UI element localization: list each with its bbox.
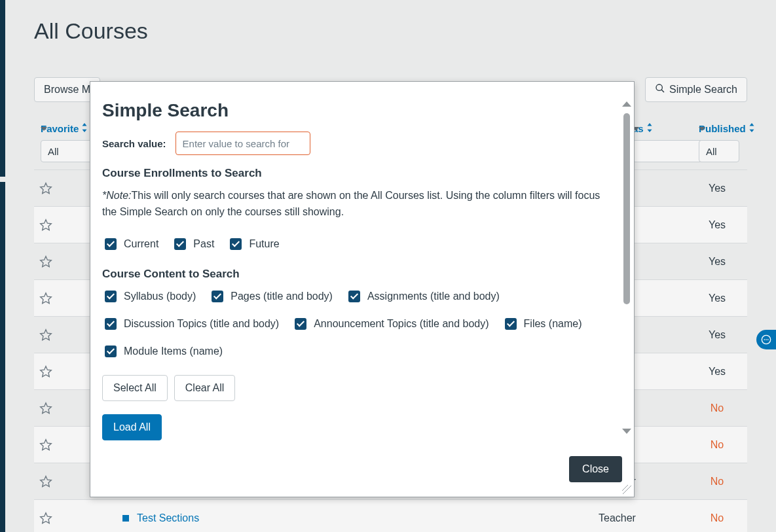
sort-icon bbox=[748, 123, 755, 134]
course-link-label: Test Sections bbox=[137, 512, 199, 524]
checkbox-past-input[interactable] bbox=[174, 238, 186, 250]
checkbox-modules-label: Module Items (name) bbox=[124, 346, 223, 357]
checkbox-assignments[interactable]: Assignments (title and body) bbox=[346, 289, 500, 304]
checkbox-announcements[interactable]: Announcement Topics (title and body) bbox=[292, 316, 489, 332]
published-value: No bbox=[697, 402, 737, 414]
load-all-button[interactable]: Load All bbox=[102, 414, 162, 440]
favorite-star-icon[interactable] bbox=[39, 512, 52, 525]
svg-marker-4 bbox=[647, 123, 652, 126]
published-value: Yes bbox=[697, 293, 737, 304]
course-link[interactable]: Test Sections bbox=[122, 512, 199, 524]
checkbox-files-input[interactable] bbox=[505, 318, 517, 330]
note-text: *Note:This will only search courses that… bbox=[102, 188, 614, 221]
checkbox-announcements-label: Announcement Topics (title and body) bbox=[314, 318, 489, 330]
favorite-star-icon[interactable] bbox=[39, 328, 52, 342]
favorite-star-icon[interactable] bbox=[39, 365, 52, 378]
clear-all-button[interactable]: Clear All bbox=[174, 375, 236, 401]
scrollbar-thumb[interactable] bbox=[623, 113, 630, 304]
checkbox-future-input[interactable] bbox=[230, 238, 242, 250]
checkbox-pages-input[interactable] bbox=[212, 291, 223, 302]
checkbox-future-label: Future bbox=[249, 238, 279, 250]
svg-marker-12 bbox=[41, 329, 52, 340]
published-value: No bbox=[697, 512, 737, 524]
resize-grip-icon[interactable] bbox=[622, 485, 631, 494]
published-value: Yes bbox=[697, 366, 737, 378]
svg-point-21 bbox=[767, 339, 769, 340]
published-value: Yes bbox=[697, 183, 737, 194]
svg-marker-6 bbox=[749, 123, 754, 126]
browse-more-label: Browse M bbox=[44, 84, 90, 96]
svg-point-0 bbox=[656, 84, 662, 90]
checkbox-discussions-label: Discussion Topics (title and body) bbox=[124, 318, 279, 330]
checkbox-pages-label: Pages (title and body) bbox=[231, 291, 333, 302]
svg-marker-8 bbox=[41, 183, 52, 193]
select-all-button[interactable]: Select All bbox=[102, 375, 168, 401]
content-checkboxes: Syllabus (body) Pages (title and body) A… bbox=[102, 289, 614, 359]
svg-point-19 bbox=[764, 339, 765, 340]
favorite-star-icon[interactable] bbox=[39, 255, 52, 268]
published-filter-select[interactable]: All bbox=[699, 140, 739, 162]
section-enrollments-heading: Course Enrollments to Search bbox=[102, 167, 614, 180]
checkbox-discussions-input[interactable] bbox=[105, 318, 117, 330]
svg-marker-10 bbox=[41, 256, 52, 266]
checkbox-syllabus-input[interactable] bbox=[105, 291, 117, 302]
load-all-row: Load All bbox=[102, 414, 614, 440]
bullet-icon bbox=[122, 515, 129, 522]
modal-body: Simple Search Search value: Course Enrol… bbox=[90, 82, 634, 451]
close-button[interactable]: Close bbox=[569, 456, 622, 482]
search-value-input[interactable] bbox=[176, 132, 310, 155]
col-header-enrolled-as[interactable]: as bbox=[633, 123, 653, 134]
checkbox-assignments-label: Assignments (title and body) bbox=[367, 291, 500, 302]
svg-point-20 bbox=[766, 339, 767, 340]
scroll-down-arrow-icon[interactable] bbox=[622, 429, 631, 434]
search-icon bbox=[655, 83, 665, 96]
modal-footer: Close bbox=[90, 451, 634, 497]
svg-marker-13 bbox=[41, 366, 52, 376]
section-content-heading: Course Content to Search bbox=[102, 268, 614, 281]
table-row: Test SectionsTeacherNo bbox=[34, 500, 747, 532]
checkbox-syllabus[interactable]: Syllabus (body) bbox=[102, 289, 196, 304]
simple-search-label: Simple Search bbox=[669, 84, 737, 96]
col-header-favorite[interactable]: Favorite All bbox=[41, 123, 88, 134]
favorite-filter-select[interactable]: All bbox=[41, 140, 97, 162]
col-header-published-label: Published bbox=[699, 123, 746, 134]
sort-icon bbox=[81, 123, 88, 134]
svg-marker-16 bbox=[41, 476, 52, 486]
checkbox-past[interactable]: Past bbox=[172, 236, 214, 252]
svg-marker-11 bbox=[41, 293, 52, 303]
checkbox-assignments-input[interactable] bbox=[348, 291, 360, 302]
chat-icon bbox=[761, 334, 771, 345]
checkbox-discussions[interactable]: Discussion Topics (title and body) bbox=[102, 316, 279, 332]
favorite-star-icon[interactable] bbox=[39, 292, 52, 305]
note-prefix: *Note: bbox=[102, 190, 131, 201]
checkbox-files[interactable]: Files (name) bbox=[502, 316, 582, 332]
svg-marker-15 bbox=[41, 439, 52, 450]
search-value-row: Search value: bbox=[102, 132, 614, 155]
favorite-star-icon[interactable] bbox=[39, 182, 52, 195]
checkbox-future[interactable]: Future bbox=[227, 236, 279, 252]
checkbox-current[interactable]: Current bbox=[102, 236, 158, 252]
checkbox-modules[interactable]: Module Items (name) bbox=[102, 344, 223, 359]
published-value: Yes bbox=[697, 329, 737, 341]
published-value: Yes bbox=[697, 256, 737, 268]
scroll-up-arrow-icon[interactable] bbox=[622, 101, 631, 107]
svg-marker-9 bbox=[41, 219, 52, 230]
help-fab[interactable] bbox=[756, 330, 776, 349]
global-nav-rail bbox=[0, 0, 5, 177]
checkbox-pages[interactable]: Pages (title and body) bbox=[209, 289, 333, 304]
favorite-star-icon[interactable] bbox=[39, 438, 52, 452]
svg-marker-5 bbox=[647, 130, 652, 132]
checkbox-current-label: Current bbox=[124, 238, 158, 250]
col-header-favorite-label: Favorite bbox=[41, 123, 79, 134]
published-value: Yes bbox=[697, 219, 737, 231]
favorite-star-icon[interactable] bbox=[39, 402, 52, 415]
simple-search-button[interactable]: Simple Search bbox=[645, 77, 747, 102]
checkbox-modules-input[interactable] bbox=[105, 346, 117, 357]
col-header-published[interactable]: Published All bbox=[699, 123, 755, 134]
checkbox-current-input[interactable] bbox=[105, 238, 117, 250]
favorite-star-icon[interactable] bbox=[39, 219, 52, 232]
checkbox-announcements-input[interactable] bbox=[295, 318, 306, 330]
published-value: No bbox=[697, 439, 737, 451]
favorite-star-icon[interactable] bbox=[39, 475, 52, 488]
simple-search-modal: Simple Search Search value: Course Enrol… bbox=[90, 81, 635, 497]
